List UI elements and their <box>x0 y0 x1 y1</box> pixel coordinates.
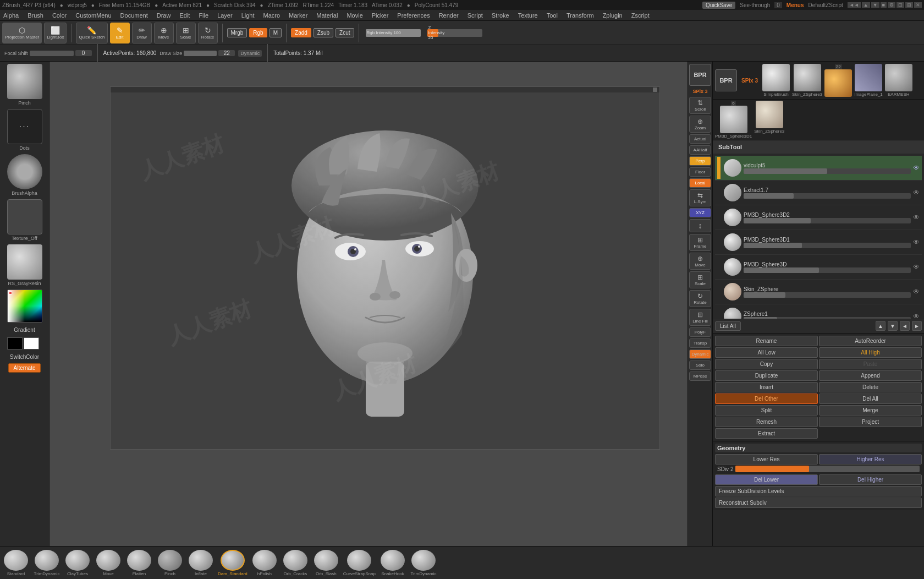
move-button[interactable]: ⊕ Move <box>689 253 711 270</box>
subtool-zsphere1[interactable]: ZSphere1 👁 <box>715 304 922 319</box>
alternate-button[interactable]: Alternate <box>8 363 40 373</box>
subtool-pm3d-2[interactable]: PM3D_Sphere3D2 👁 <box>715 205 922 230</box>
all-high-button[interactable]: All High <box>819 347 922 358</box>
subtool-slider-7[interactable] <box>744 317 911 319</box>
menu-draw[interactable]: Draw <box>156 12 172 19</box>
auto-reorder-button[interactable]: AutoReorder <box>819 336 922 346</box>
rotate-button[interactable]: ↻ Rotate <box>689 290 711 307</box>
subtool-eye-5[interactable]: 👁 <box>913 263 920 271</box>
rename-button[interactable]: Rename <box>715 336 818 346</box>
mat-22[interactable]: 22 <box>824 64 852 97</box>
del-lower-button[interactable]: Del Lower <box>715 474 818 485</box>
append-button[interactable]: Append <box>819 370 922 381</box>
subtool-eye-2[interactable]: 👁 <box>913 189 920 196</box>
brush-curvestrapsnap[interactable]: CurveStrapSnap <box>343 550 376 576</box>
floor-button[interactable]: Floor <box>689 167 711 177</box>
texture-off-item[interactable]: Texture_Off <box>7 199 42 241</box>
subtool-skin-zsphere[interactable]: Skin_ZSphere 👁 <box>715 280 922 304</box>
brush-dam-standard[interactable]: Dam_Standard <box>218 550 248 576</box>
brush-pinch[interactable]: Pinch <box>156 550 184 576</box>
scroll-button[interactable]: ⇅ Scroll <box>689 97 711 114</box>
menu-transform[interactable]: Transform <box>565 12 595 19</box>
lower-res-button[interactable]: Lower Res <box>715 454 818 465</box>
menu-tool[interactable]: Tool <box>546 12 559 19</box>
menu-marker[interactable]: Marker <box>288 12 309 19</box>
menu-render[interactable]: Render <box>438 12 460 19</box>
projection-master-button[interactable]: ⬡ Projection Master <box>2 23 42 43</box>
menu-color[interactable]: Color <box>51 12 68 19</box>
subtool-extract[interactable]: Extract1.7 👁 <box>715 181 922 205</box>
subtool-slider-3[interactable] <box>744 218 911 223</box>
xyz-button[interactable]: XYZ <box>689 208 711 217</box>
brush-flatten[interactable]: Flatten <box>125 550 153 576</box>
reconstruct-subdiv-button[interactable]: Reconstruct Subdiv <box>715 498 922 508</box>
menu-movie[interactable]: Movie <box>345 12 364 19</box>
menu-document[interactable]: Document <box>119 12 149 19</box>
subtool-eye-4[interactable]: 👁 <box>913 238 920 246</box>
del-all-button[interactable]: Del All <box>819 394 922 404</box>
arrow-left-button[interactable]: ◄ <box>900 321 910 331</box>
menu-picker[interactable]: Picker <box>371 12 390 19</box>
default-script-label[interactable]: DefaultZScript <box>809 2 843 8</box>
menu-macro[interactable]: Macro <box>262 12 282 19</box>
paste-button[interactable]: Paste <box>819 359 922 369</box>
brush-snakehook[interactable]: SnakeHook <box>379 550 406 576</box>
sdiv-slider[interactable] <box>735 466 920 472</box>
subtool-slider-5[interactable] <box>744 267 911 273</box>
dynamic-label[interactable]: Dynamic <box>238 50 262 57</box>
draw-button[interactable]: ✏ Draw <box>132 23 152 43</box>
linefill-button[interactable]: ⊟ Line Fill <box>689 309 711 326</box>
menu-zscript[interactable]: Zscript <box>630 12 651 19</box>
brush-trimdynamic-1[interactable]: TrimDynamic <box>33 550 61 576</box>
mat-pm3d-6[interactable]: 6 PM3D_Sphere3D1 <box>715 101 752 139</box>
focal-shift-slider[interactable] <box>30 51 74 56</box>
bpr-button[interactable]: BPR <box>689 64 711 86</box>
zadd-button[interactable]: Zadd <box>291 28 311 37</box>
aahalf-button[interactable]: AAHalf <box>689 145 711 155</box>
transp-button[interactable]: Transp <box>689 338 711 348</box>
see-through-label[interactable]: See-through <box>740 2 770 8</box>
canvas-area[interactable]: 人人素材 人人素材 人人素材 人人素材 人人素材 <box>50 62 688 546</box>
menu-zplugin[interactable]: Zplugin <box>602 12 624 19</box>
subtool-eye-7[interactable]: 👁 <box>913 313 920 319</box>
rgb-button[interactable]: Rgb <box>249 28 267 37</box>
frame-button[interactable]: ⊞ Frame <box>689 234 711 251</box>
project-button[interactable]: Project <box>819 417 922 427</box>
rgb-intensity-slider[interactable]: Rgb Intensity 100 <box>366 29 421 37</box>
merge-button[interactable]: Merge <box>819 405 922 416</box>
menu-light[interactable]: Light <box>240 12 256 19</box>
zoom-button[interactable]: ⊕ Zoom <box>689 116 711 133</box>
menu-edit[interactable]: Edit <box>178 12 191 19</box>
subtool-slider-6[interactable] <box>744 292 911 298</box>
menu-texture[interactable]: Texture <box>517 12 539 19</box>
local-button[interactable]: Local <box>689 178 711 188</box>
subtool-pm3d-0[interactable]: PM3D_Sphere3D 👁 <box>715 255 922 280</box>
color-picker[interactable] <box>7 290 42 323</box>
del-other-button[interactable]: Del Other <box>715 394 818 404</box>
delete-button[interactable]: Delete <box>819 382 922 392</box>
subtool-vidculpt5[interactable]: vidculpt5 👁 <box>715 156 922 181</box>
draw-size-slider[interactable] <box>184 51 217 56</box>
lightbox-button[interactable]: ⬜ LightBox <box>44 23 67 43</box>
del-higher-button[interactable]: Del Higher <box>819 474 922 485</box>
z-intensity-slider[interactable]: Z Intensity 20 <box>427 29 482 37</box>
menu-alpha[interactable]: Alpha <box>2 12 20 19</box>
duplicate-button[interactable]: Duplicate <box>715 370 818 381</box>
subtool-eye-6[interactable]: 👁 <box>913 288 920 296</box>
menu-layer[interactable]: Layer <box>216 12 234 19</box>
arrow-down-button[interactable]: ▼ <box>888 321 898 331</box>
edit-button[interactable]: ✎ Edit <box>110 23 130 43</box>
split-button[interactable]: Split <box>715 405 818 416</box>
zsub-button[interactable]: Zsub <box>314 28 333 37</box>
subtool-slider-1[interactable] <box>744 168 911 174</box>
subtool-eye-1[interactable]: 👁 <box>913 164 920 172</box>
pinch-brush-item[interactable]: Pinch <box>7 64 42 106</box>
scale-button[interactable]: ⊞ Scale <box>176 23 196 43</box>
brush-move[interactable]: Move <box>95 550 122 576</box>
black-swatch[interactable] <box>7 337 23 349</box>
subtool-pm3d-1[interactable]: PM3D_Sphere3D1 👁 <box>715 230 922 255</box>
quicksave-button[interactable]: QuickSave <box>702 2 735 9</box>
brush-orb-slash[interactable]: Orb_Slash <box>312 550 340 576</box>
subtool-slider-4[interactable] <box>744 243 911 248</box>
actual-button[interactable]: Actual <box>689 134 711 144</box>
